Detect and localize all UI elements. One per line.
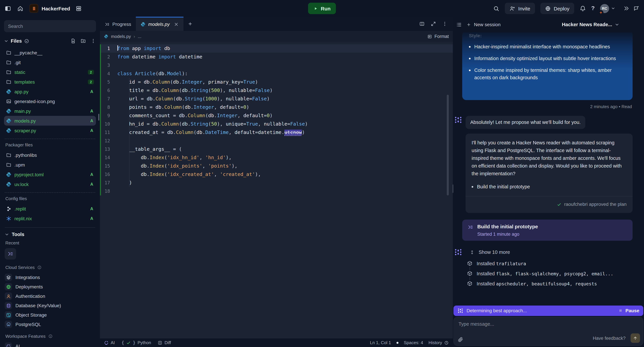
resource-rack-icon[interactable] xyxy=(76,5,82,12)
code-line-18[interactable]: 18 xyxy=(100,187,453,195)
install-step[interactable]: Installed trafilatura xyxy=(467,260,632,266)
task-card[interactable]: Build the initial prototype Started 1 mi… xyxy=(462,220,632,241)
app-icon[interactable] xyxy=(30,4,38,13)
code-line-3[interactable]: 3 xyxy=(100,61,453,70)
code-line-16[interactable]: 16 db.Index('idx_created_at', 'created_a… xyxy=(100,170,453,179)
new-file-icon[interactable] xyxy=(70,38,76,44)
sidebar-item-database-key-value-[interactable]: Database (Key/Value) xyxy=(4,301,96,310)
format-button[interactable]: Format xyxy=(427,34,449,39)
file-item[interactable]: .replitA xyxy=(4,204,96,214)
account-menu[interactable]: RC xyxy=(600,4,615,13)
file-item[interactable]: .pythonlibs xyxy=(4,150,96,160)
sidebar-item-ai[interactable]: AI xyxy=(4,341,96,347)
sidebar-item-postgresql[interactable]: PostgreSQL xyxy=(4,320,96,329)
feedback-link[interactable]: Have feedback? xyxy=(593,335,626,341)
run-button[interactable]: Run xyxy=(308,3,336,14)
split-editor-icon[interactable] xyxy=(419,21,425,27)
packager-files-label: Packager files xyxy=(5,142,96,147)
file-item[interactable]: pyproject.tomlA xyxy=(4,170,96,179)
code-line-1[interactable]: 1from app import db xyxy=(100,44,453,53)
code-line-11[interactable]: 11 created_at = db.Column(db.DateTime, d… xyxy=(100,128,453,137)
file-item[interactable]: static2 xyxy=(4,67,96,77)
show-more-button[interactable]: Show 10 more xyxy=(454,248,632,256)
tools-section-header[interactable]: Tools xyxy=(5,232,96,237)
expand-editor-icon[interactable] xyxy=(431,21,436,27)
file-item[interactable]: models.pyA xyxy=(4,116,96,126)
info-icon xyxy=(48,334,52,338)
agent-chat-scroll[interactable]: Style: Hacker-inspired minimalist interf… xyxy=(453,32,644,304)
message-input[interactable]: Type message... Have feedback? xyxy=(454,317,643,346)
code-line-9[interactable]: 9 comments_count = db.Column(db.Integer,… xyxy=(100,112,453,120)
file-item[interactable]: replit.nixA xyxy=(4,214,96,223)
session-title-dropdown[interactable]: Hacker News Reade... xyxy=(562,22,619,27)
sidebar-scrollbar[interactable] xyxy=(98,114,99,121)
status-diff[interactable]: Diff xyxy=(158,340,171,345)
new-tab-button[interactable] xyxy=(184,17,197,31)
global-search-icon[interactable] xyxy=(493,5,500,12)
tab-progress[interactable]: Progress xyxy=(100,17,136,31)
breadcrumb-file[interactable]: models.py xyxy=(111,34,131,39)
sidebar-item-integrations[interactable]: Integrations xyxy=(4,273,96,282)
search-input[interactable]: Search xyxy=(4,20,96,32)
sidebar-toggle-icon[interactable] xyxy=(5,5,11,12)
notifications-icon[interactable] xyxy=(580,5,586,12)
code-line-13[interactable]: 13 __table_args__ = ( xyxy=(100,145,453,153)
home-icon[interactable] xyxy=(17,5,24,12)
recent-tool-console[interactable] xyxy=(5,248,16,259)
invite-button[interactable]: Invite xyxy=(505,3,535,14)
code-line-12[interactable]: 12 xyxy=(100,137,453,145)
editor-scrollbar[interactable] xyxy=(447,95,449,195)
file-item[interactable]: __pycache__ xyxy=(4,48,96,57)
line-number: 15 xyxy=(100,162,115,170)
code-line-14[interactable]: 14 db.Index('idx_hn_id', 'hn_id'), xyxy=(100,153,453,162)
code-line-15[interactable]: 15 db.Index('idx_points', 'points'), xyxy=(100,162,453,170)
files-collapse-icon[interactable] xyxy=(4,39,8,43)
new-session-button[interactable]: New session xyxy=(466,22,500,27)
agent-running-status[interactable]: Determining best approach... Pause xyxy=(454,305,643,316)
ai-icon xyxy=(5,342,12,347)
new-folder-icon[interactable] xyxy=(80,38,86,44)
cursor-position[interactable]: Ln 1, Col 1 xyxy=(370,340,391,345)
history-button[interactable]: History xyxy=(428,340,449,345)
code-line-8[interactable]: 8 points = db.Column(db.Integer, default… xyxy=(100,103,453,112)
send-button[interactable] xyxy=(630,333,640,343)
code-line-5[interactable]: 5 id = db.Column(db.Integer, primary_key… xyxy=(100,78,453,86)
code-line-4[interactable]: 4class Article(db.Model): xyxy=(100,70,453,78)
breadcrumb-more[interactable]: ... xyxy=(138,34,142,39)
attach-file-icon[interactable] xyxy=(458,336,463,342)
code-line-10[interactable]: 10 hn_id = db.Column(db.String(50), uniq… xyxy=(100,120,453,128)
indentation-setting[interactable]: Spaces: 4 xyxy=(404,340,423,345)
deploy-button[interactable]: Deploy xyxy=(540,3,574,14)
editor-menu-icon[interactable] xyxy=(442,21,448,27)
sidebar-item-deployments[interactable]: Deployments xyxy=(4,282,96,291)
sidebar-item-authentication[interactable]: Authentication xyxy=(4,291,96,301)
install-step[interactable]: Installed flask, flask-sqlalchemy, psyco… xyxy=(467,271,632,276)
assistant-chat-icon[interactable] xyxy=(633,5,639,12)
code-line-2[interactable]: 2from datetime import datetime xyxy=(100,53,453,61)
file-item[interactable]: main.pyA xyxy=(4,106,96,116)
code-editor[interactable]: 1from app import db2from datetime import… xyxy=(100,42,453,338)
install-step[interactable]: Installed apscheduler, beautifulsoup4, r… xyxy=(467,281,632,286)
code-line-6[interactable]: 6 title = db.Column(db.String(500), null… xyxy=(100,86,453,95)
files-menu-icon[interactable] xyxy=(90,38,96,44)
session-list-icon[interactable] xyxy=(456,22,462,27)
close-icon[interactable] xyxy=(174,22,179,27)
tab-models-py[interactable]: models.py xyxy=(136,17,184,31)
file-item[interactable]: .upm xyxy=(4,160,96,170)
file-item[interactable]: uv.lockA xyxy=(4,179,96,189)
pause-button[interactable]: Pause xyxy=(618,308,640,313)
code-line-17[interactable]: 17 ) xyxy=(100,179,453,187)
file-item[interactable]: templates2 xyxy=(4,77,96,87)
file-item[interactable]: .git xyxy=(4,57,96,67)
collapse-panel-icon[interactable] xyxy=(623,5,629,12)
help-icon[interactable]: ? xyxy=(591,5,595,12)
status-ai[interactable]: AI xyxy=(104,340,115,345)
sidebar-item-object-storage[interactable]: 1001Object Storage xyxy=(4,310,96,320)
git-status-added: A xyxy=(90,89,94,94)
code-line-7[interactable]: 7 url = db.Column(db.String(1000), nulla… xyxy=(100,95,453,103)
file-item[interactable]: generated-icon.png xyxy=(4,96,96,106)
file-item[interactable]: app.pyA xyxy=(4,87,96,96)
status-language[interactable]: {} Python xyxy=(122,340,151,345)
folder-icon xyxy=(6,79,12,85)
file-item[interactable]: scraper.pyA xyxy=(4,126,96,135)
